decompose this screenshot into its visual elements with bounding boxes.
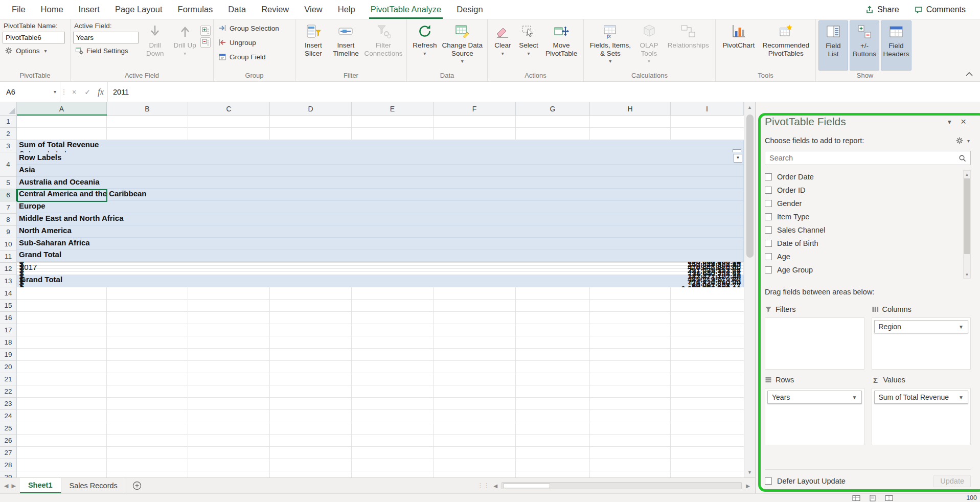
rows-area[interactable]: Years▼ [765,388,864,445]
row-header[interactable]: 23 [0,398,17,410]
column-header[interactable]: B [107,102,188,116]
row-header[interactable]: 28 [0,459,17,471]
fields-items-sets-button[interactable]: fx Fields, Items, & Sets ▾ [586,20,634,71]
cell-region-header[interactable]: Asia [17,165,744,177]
menu-tab[interactable]: Formulas [170,0,221,19]
row-header[interactable]: 17 [0,324,17,336]
values-area[interactable]: Sum of Total Revenue▼ [872,388,971,445]
menu-tab[interactable]: PivotTable Analyze [363,0,449,19]
update-button[interactable]: Update [933,475,971,487]
relationships-button[interactable]: Relationships [664,20,713,71]
horizontal-scrollbar[interactable]: ⋮⋮ ◀ ▶ [477,478,755,493]
field-item[interactable]: Gender [765,197,961,210]
filter-connections-button[interactable]: Filter Connections [363,20,404,71]
row-header[interactable]: 9 [0,226,17,238]
row-header[interactable]: 14 [0,287,17,300]
row-header[interactable]: 8 [0,214,17,226]
change-data-source-button[interactable]: Change Data Source ▾ [440,20,485,71]
column-header[interactable]: H [590,102,671,116]
row-header[interactable]: 29 [0,471,17,477]
row-header[interactable]: 13 [0,275,17,287]
cell-region-header[interactable]: Sub-Saharan Africa [17,238,744,250]
menu-tab[interactable]: Home [33,0,71,19]
vertical-scrollbar[interactable]: ▲ ▼ [744,102,755,477]
menu-tab[interactable]: Insert [71,0,107,19]
row-header[interactable]: 1 [0,116,17,128]
field-item[interactable]: Order ID [765,184,961,197]
menu-tab[interactable]: Review [254,0,297,19]
name-box[interactable]: A6 ▾ [0,82,60,102]
scroll-down-icon[interactable]: ▼ [744,467,755,477]
confirm-entry-button[interactable]: ✓ [81,82,94,102]
defer-layout-checkbox[interactable] [765,477,772,485]
cell-region-header[interactable]: North America [17,225,744,238]
field-list-scrollbar[interactable]: ▲ ▼ [963,170,971,279]
scroll-up-icon[interactable]: ▲ [744,102,755,112]
formula-input[interactable]: 2011 [107,82,980,102]
row-labels-filter-dropdown[interactable]: ▼ [734,154,742,163]
field-headers-toggle[interactable]: Field Headers [881,20,911,71]
select-all-corner[interactable] [0,102,17,116]
cell-grand-total-header[interactable]: Grand Total [17,249,744,262]
select-button[interactable]: Select ▾ [515,20,542,71]
menu-tab[interactable]: Page Layout [107,0,170,19]
row-header[interactable]: 24 [0,410,17,422]
add-sheet-button[interactable] [126,478,148,493]
field-list-scrollbar-thumb[interactable] [964,178,970,254]
area-field-pill[interactable]: Years▼ [767,391,862,404]
scroll-left-icon[interactable]: ◀ [492,483,500,489]
page-layout-view-icon[interactable] [869,495,877,501]
scroll-right-icon[interactable]: ▶ [744,483,752,489]
field-item[interactable]: Sales Channel [765,223,961,237]
column-header[interactable]: F [434,102,516,116]
refresh-button[interactable]: Refresh ▾ [409,20,440,71]
column-header[interactable]: A [17,102,107,116]
olap-tools-button[interactable]: OLAP Tools ▾ [634,20,664,71]
sheet-nav-right-icon[interactable]: ▶ [11,483,15,489]
cell-grand-total-label[interactable]: Grand Total [17,275,744,284]
empty-rows[interactable] [17,116,744,140]
share-button[interactable]: Share [860,3,904,16]
zoom-level[interactable]: 100 [966,494,977,501]
sheet-tab[interactable]: Sales Records [61,478,126,493]
field-checkbox[interactable] [765,173,772,180]
pivottable-name-input[interactable] [3,32,65,43]
horizontal-scrollbar-track[interactable] [502,482,742,489]
options-button[interactable]: Options▾ [3,45,65,56]
field-checkbox[interactable] [765,200,772,207]
row-header[interactable]: 27 [0,447,17,459]
row-header[interactable]: 26 [0,435,17,447]
row-header[interactable]: 4 [0,152,17,177]
menu-tab[interactable]: Help [330,0,363,19]
drill-up-button[interactable]: Drill Up ▾ [171,20,198,71]
recommended-pivottables-button[interactable]: Recommended PivotTables [759,20,813,71]
column-header[interactable]: I [671,102,744,116]
collapse-ribbon-button[interactable] [964,70,975,78]
row-header[interactable]: 22 [0,385,17,398]
row-header[interactable]: 25 [0,422,17,435]
cell-region-header[interactable]: Europe [17,201,744,213]
row-header[interactable]: 21 [0,373,17,385]
field-item[interactable]: Age [765,250,961,263]
pivotchart-button[interactable]: PivotChart [718,20,759,71]
row-header[interactable]: 15 [0,300,17,312]
search-input[interactable] [769,154,959,162]
clear-button[interactable]: Clear ▾ [490,20,515,71]
row-header[interactable]: 18 [0,336,17,349]
scroll-down-icon[interactable]: ▼ [965,271,969,278]
field-item[interactable]: Date of Birth [765,237,961,250]
empty-rows[interactable] [17,287,744,477]
tools-gear-button[interactable]: ▾ [954,135,971,146]
cell-year[interactable]: 2017 [17,263,744,272]
row-header[interactable]: 12 [0,263,17,275]
close-icon[interactable]: × [956,117,971,126]
row-header[interactable]: 10 [0,238,17,250]
name-box-splitter[interactable]: ⋮ [60,82,67,102]
cell-sum-of-total-revenue[interactable]: Sum of Total Revenue [17,140,744,149]
insert-function-button[interactable]: fx [94,82,107,102]
tab-splitter-handle[interactable]: ⋮⋮ [477,482,490,489]
row-header[interactable]: 5 [0,177,17,189]
row-header[interactable]: 19 [0,349,17,361]
pane-options-chevron-icon[interactable]: ▾ [943,117,956,127]
field-item[interactable]: Order Date [765,170,961,184]
